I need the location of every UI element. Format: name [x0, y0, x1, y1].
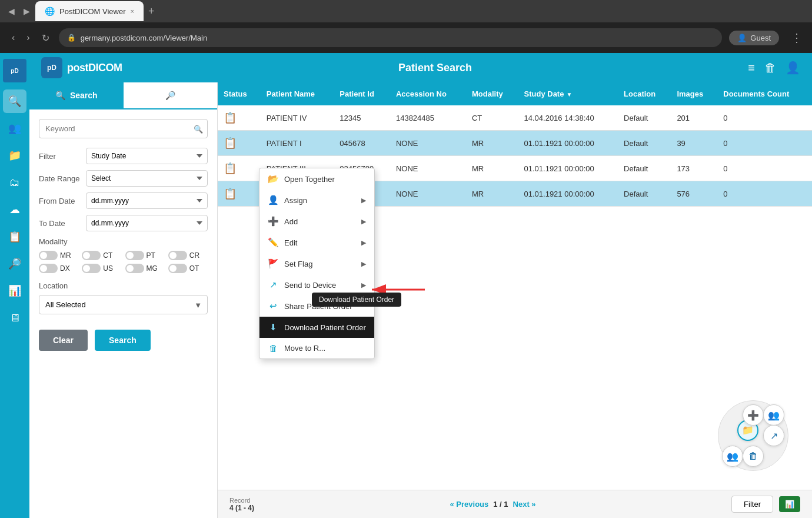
tab-close-btn[interactable]: ×: [130, 8, 134, 15]
modality-mr-toggle[interactable]: [39, 251, 58, 260]
cell-documents-count: 0: [717, 156, 812, 181]
fab-delete-btn[interactable]: 🗑: [743, 446, 764, 467]
sidebar-item-magnify[interactable]: 🔎: [3, 252, 26, 275]
url-bar[interactable]: 🔒 germany.postdicom.com/Viewer/Main: [59, 28, 723, 47]
add-icon: ➕: [268, 216, 278, 227]
search-tabs: 🔍 Search 🔎: [29, 82, 217, 109]
location-label: Location: [39, 281, 208, 290]
browser-reload-btn[interactable]: ↻: [39, 30, 52, 46]
date-range-label: Date Range: [39, 174, 86, 183]
modality-cr-toggle[interactable]: [168, 251, 187, 260]
cell-accession-no: 143824485: [390, 105, 466, 131]
col-study-date[interactable]: Study Date: [518, 82, 618, 105]
to-date-select[interactable]: dd.mm.yyyy: [86, 215, 208, 231]
sidebar-item-folder[interactable]: 📁: [3, 144, 26, 167]
browser-back-btn[interactable]: ‹: [9, 30, 17, 45]
open-together-icon: 📂: [268, 174, 278, 184]
cell-modality: MR: [466, 131, 518, 156]
forward-nav-btn[interactable]: ▶: [20, 5, 33, 18]
modality-section: Modality MR CT: [39, 237, 208, 273]
col-patient-id[interactable]: Patient Id: [334, 82, 390, 105]
status-icon: 📋: [224, 112, 237, 124]
download-tooltip: Download Patient Order: [312, 293, 401, 307]
tab-search[interactable]: 🔍 Search: [29, 82, 124, 108]
profile-btn[interactable]: 👤 Guest: [729, 31, 779, 45]
keyword-search-icon[interactable]: 🔍: [194, 124, 203, 133]
cell-accession-no: NONE: [390, 156, 466, 181]
date-range-select[interactable]: Select Today Last 7 Days Last 30 Days: [86, 170, 208, 187]
fab-add-btn[interactable]: ➕: [743, 404, 764, 426]
ctx-assign[interactable]: 👤 Assign ▶: [259, 190, 374, 211]
table-row[interactable]: 📋 PATIENT IV 12345 143824485 CT 14.04.20…: [218, 105, 812, 131]
modality-us: US: [82, 264, 121, 273]
cell-location: Default: [618, 105, 671, 131]
tab-advanced[interactable]: 🔎: [124, 82, 218, 108]
modality-cr-label: CR: [189, 251, 199, 260]
sidebar-item-analytics[interactable]: 📊: [3, 279, 26, 303]
back-nav-btn[interactable]: ◀: [5, 5, 18, 18]
ctx-open-together[interactable]: 📂 Open Together: [259, 168, 374, 190]
sidebar-item-list[interactable]: 📋: [3, 225, 26, 248]
filter-select[interactable]: Study Date Patient Name Accession No: [86, 148, 208, 164]
modality-pt: PT: [125, 251, 165, 260]
edit-icon: ✏️: [268, 237, 278, 248]
excel-btn[interactable]: 📊: [779, 496, 800, 512]
ctx-add[interactable]: ➕ Add ▶: [259, 211, 374, 232]
col-documents-count[interactable]: Documents Count: [717, 82, 812, 105]
status-icon: 📋: [224, 137, 237, 149]
col-modality[interactable]: Modality: [466, 82, 518, 105]
modality-mg-toggle[interactable]: [125, 264, 144, 273]
action-buttons: Clear Search: [39, 324, 208, 357]
header-list-icon[interactable]: ≡: [748, 61, 755, 75]
cell-status: 📋: [218, 156, 261, 181]
clear-button[interactable]: Clear: [39, 330, 88, 351]
modality-ct-toggle[interactable]: [82, 251, 101, 260]
search-button[interactable]: Search: [95, 330, 151, 351]
ctx-move-to-recycle[interactable]: 🗑 Move to R...: [259, 338, 374, 358]
header-user-icon[interactable]: 👤: [786, 61, 800, 75]
col-location[interactable]: Location: [618, 82, 671, 105]
sidebar-item-layers[interactable]: 🗂: [3, 171, 26, 194]
col-images[interactable]: Images: [671, 82, 717, 105]
modality-ot-toggle[interactable]: [168, 264, 187, 273]
header-trash-icon[interactable]: 🗑: [764, 61, 776, 75]
modality-dx-toggle[interactable]: [39, 264, 58, 273]
fab-assign-btn[interactable]: 👥: [763, 404, 784, 426]
sidebar-item-cloud[interactable]: ☁: [3, 198, 26, 221]
ctx-download-patient-order[interactable]: ⬇ Download Patient Order: [259, 317, 374, 338]
record-range: 4 (1 - 4): [229, 504, 254, 512]
fab-share-btn[interactable]: ↗: [763, 425, 784, 446]
prev-btn[interactable]: « Previous: [450, 500, 489, 509]
modality-ot-label: OT: [189, 264, 199, 273]
cell-images: 173: [671, 156, 717, 181]
sidebar-item-users[interactable]: 👥: [3, 117, 26, 140]
sidebar-item-search[interactable]: 🔍: [3, 89, 26, 113]
new-tab-btn[interactable]: +: [148, 5, 155, 18]
browser-forward-btn[interactable]: ›: [24, 30, 32, 45]
next-btn[interactable]: Next »: [513, 500, 536, 509]
filter-button[interactable]: Filter: [731, 496, 773, 513]
location-select[interactable]: All Selected: [39, 295, 208, 314]
modality-us-toggle[interactable]: [82, 264, 101, 273]
ctx-set-flag[interactable]: 🚩 Set Flag ▶: [259, 253, 374, 274]
col-accession-no[interactable]: Accession No: [390, 82, 466, 105]
modality-us-label: US: [103, 264, 113, 273]
filter-label: Filter: [39, 152, 86, 161]
from-date-select[interactable]: dd.mm.yyyy: [86, 192, 208, 209]
modality-mg-label: MG: [147, 264, 158, 273]
modality-pt-toggle[interactable]: [125, 251, 144, 260]
keyword-input[interactable]: [39, 119, 208, 138]
modality-ct: CT: [82, 251, 121, 260]
more-options-btn[interactable]: ⋮: [791, 31, 803, 45]
col-patient-name[interactable]: Patient Name: [261, 82, 334, 105]
active-tab[interactable]: 🌐 PostDICOM Viewer ×: [35, 1, 144, 21]
modality-mr: MR: [39, 251, 78, 260]
cell-images: 39: [671, 131, 717, 156]
ctx-edit[interactable]: ✏️ Edit ▶: [259, 232, 374, 253]
cell-documents-count: 0: [717, 181, 812, 207]
table-row[interactable]: 📋 PATIENT I 045678 NONE MR 01.01.1921 00…: [218, 131, 812, 156]
context-menu: 📂 Open Together 👤 Assign ▶ ➕ Add ▶ ✏️ Ed…: [259, 168, 375, 359]
sidebar-item-screen[interactable]: 🖥: [3, 306, 26, 330]
fab-group-btn[interactable]: 👥: [722, 446, 743, 467]
cell-patient-name: PATIENT IV: [261, 105, 334, 131]
